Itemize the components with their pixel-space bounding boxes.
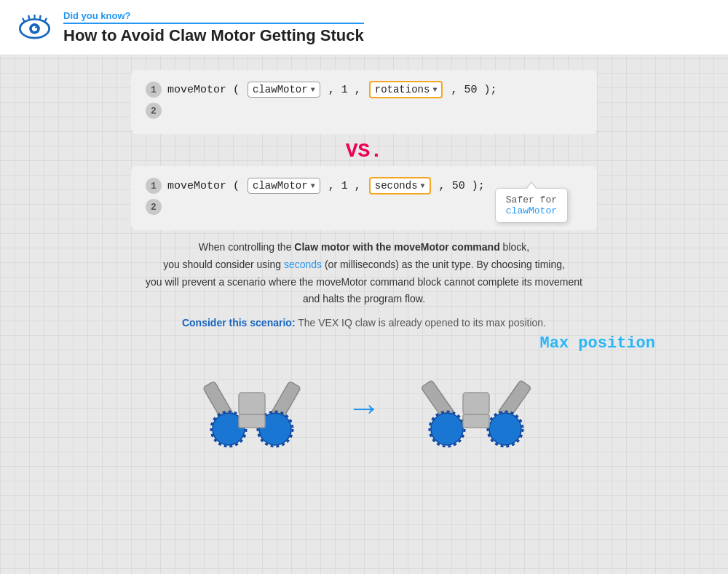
claw-left-svg: [179, 360, 325, 455]
tooltip-arrow-inner: [526, 183, 537, 189]
desc-part6: and halts the program flow.: [303, 293, 425, 304]
motor-dropdown-2[interactable]: clawMotor ▼: [248, 178, 320, 194]
svg-rect-19: [463, 393, 489, 414]
unit-arrow-2: ▼: [421, 182, 425, 190]
desc-part3: you should consider using: [163, 259, 284, 270]
tooltip-box: Safer for clawMotor: [495, 188, 568, 223]
comma1-1: ,: [328, 84, 341, 96]
unit-dropdown-2[interactable]: seconds ▼: [369, 177, 431, 194]
line-num-4: 2: [146, 199, 162, 215]
unit-value-1: rotations: [375, 84, 430, 95]
claw-right-svg: [403, 360, 549, 455]
consider-line: Consider this scenario: The VEX IQ claw …: [29, 317, 699, 329]
code-block-1: 1 moveMotor ( clawMotor ▼ , 1 , rotation…: [131, 70, 597, 134]
svg-line-7: [40, 15, 41, 20]
open-paren-1: (: [233, 84, 246, 96]
close-paren-1: );: [483, 84, 496, 96]
comma2-1: ,: [355, 84, 368, 96]
eye-icon: [15, 7, 55, 47]
description-text: When controlling the Claw motor with the…: [131, 239, 597, 308]
move-motor-cmd-2: moveMotor: [167, 180, 226, 192]
comma3-1: ,: [451, 84, 464, 96]
value2-1: 50: [464, 84, 477, 96]
unit-value-2: seconds: [375, 180, 418, 192]
did-you-know-label: Did you know?: [63, 10, 364, 24]
claw-illustration: →: [29, 360, 699, 455]
code-text-1: moveMotor ( clawMotor ▼ , 1 , rotations …: [167, 81, 496, 98]
move-motor-cmd-1: moveMotor: [167, 84, 226, 96]
value2-2: 50: [452, 180, 465, 192]
main-content: 1 moveMotor ( clawMotor ▼ , 1 , rotation…: [0, 55, 728, 469]
desc-bold1: Claw motor with the moveMotor command: [294, 241, 499, 253]
arrow-right: →: [347, 388, 381, 428]
header-bar: Did you know? How to Avoid Claw Motor Ge…: [0, 0, 728, 55]
tooltip-claw: clawMotor: [506, 205, 557, 216]
comma1-2: ,: [328, 180, 341, 192]
motor-value-1: clawMotor: [253, 84, 308, 95]
line-num-1: 1: [146, 82, 162, 98]
tooltip-line1: Safer for: [506, 194, 557, 205]
motor-dropdown-1[interactable]: clawMotor ▼: [248, 82, 320, 98]
desc-part2: block,: [500, 241, 529, 253]
svg-line-8: [44, 18, 47, 22]
svg-rect-24: [463, 414, 489, 428]
svg-point-20: [431, 413, 463, 445]
svg-point-3: [35, 26, 37, 28]
svg-rect-11: [239, 393, 265, 414]
desc-part5: you will prevent a scenario where the mo…: [146, 276, 582, 288]
svg-rect-16: [239, 414, 265, 428]
value1-2: 1: [341, 180, 348, 192]
value1-1: 1: [341, 84, 348, 96]
svg-point-22: [489, 413, 521, 445]
motor-arrow-2: ▼: [311, 182, 315, 190]
open-paren-2: (: [233, 180, 246, 192]
svg-line-4: [23, 18, 25, 22]
code-block-2-wrapper: 1 moveMotor ( clawMotor ▼ , 1 , seconds: [102, 166, 626, 230]
comma2-2: ,: [355, 180, 368, 192]
desc-part1: When controlling the: [199, 241, 295, 253]
desc-part4: (or milliseconds) as the unit type. By c…: [322, 259, 565, 270]
line-num-3: 1: [146, 178, 162, 194]
vs-label: VS.: [102, 140, 626, 162]
code-row-1-2: 2: [146, 103, 582, 119]
motor-value-2: clawMotor: [253, 180, 308, 192]
header-text-block: Did you know? How to Avoid Claw Motor Ge…: [63, 10, 364, 45]
consider-bold: Consider this scenario:: [182, 317, 296, 329]
code-row-1-1: 1 moveMotor ( clawMotor ▼ , 1 , rotation…: [146, 81, 582, 98]
code-text-2: moveMotor ( clawMotor ▼ , 1 , seconds ▼: [167, 177, 485, 194]
code-section: 1 moveMotor ( clawMotor ▼ , 1 , rotation…: [102, 70, 626, 230]
unit-dropdown-1[interactable]: rotations ▼: [369, 81, 443, 98]
max-position-label: Max position: [29, 334, 699, 353]
page-title: How to Avoid Claw Motor Getting Stuck: [63, 26, 364, 45]
svg-line-5: [28, 15, 29, 20]
comma3-2: ,: [439, 180, 452, 192]
consider-rest: The VEX IQ claw is already opened to its…: [298, 317, 546, 329]
close-paren-2: );: [472, 180, 485, 192]
line-num-2: 2: [146, 103, 162, 119]
motor-arrow-1: ▼: [311, 86, 315, 94]
desc-seconds-link[interactable]: seconds: [284, 259, 322, 270]
unit-arrow-1: ▼: [432, 86, 437, 94]
